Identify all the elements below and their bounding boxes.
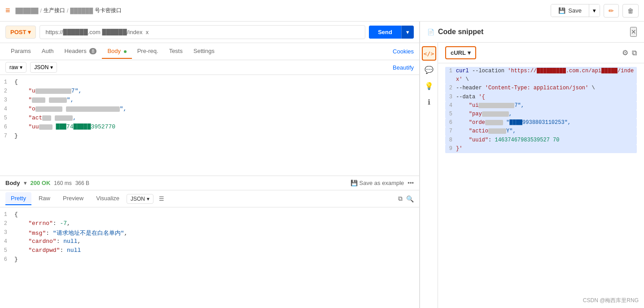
snippet-toolbar: cURL ▾ ⚙ ⧉ (438, 43, 644, 63)
code-line: 1 { (0, 79, 419, 88)
code-side-icon[interactable]: </> (422, 46, 436, 61)
snippet-line: 6 "orde "████9938803110253", (445, 119, 637, 127)
snippet-panel-with-icons: </> 💬 💡 ℹ cURL ▾ (420, 43, 644, 308)
snippet-content: 1 curl --location 'https://█████████.com… (438, 63, 644, 308)
side-icons: </> 💬 💡 ℹ (420, 43, 438, 308)
response-code: 1 { 2 "errno": -7, 3 "msg": "请求地址不是在白名单内… (0, 207, 419, 268)
request-body: 1 { 2 "u 7", 3 " ", 4 "o ", 5 (0, 75, 419, 176)
code-icon: </> (424, 50, 434, 57)
snippet-header: 📄 Code snippet × (420, 22, 644, 43)
breadcrumb-item-3: ██████ (70, 8, 93, 14)
code-line: 5 "act , (0, 114, 419, 123)
watermark: CSDN @梅西库里RNG (583, 297, 639, 304)
info-side-icon[interactable]: ℹ (422, 95, 436, 109)
snippet-doc-icon: 📄 (427, 29, 434, 35)
body-type-select[interactable]: raw ▾ (5, 62, 26, 73)
resp-code-line: 5 "cardpwd": null (0, 247, 419, 256)
lightbulb-side-icon[interactable]: 💡 (422, 79, 436, 93)
breadcrumb-item-2: 生产接口 (44, 7, 65, 14)
beautify-button[interactable]: Beautify (393, 64, 414, 71)
snippet-line: 8 "uuid": 14637467983539527 70 (445, 136, 637, 145)
tab-params[interactable]: Params (5, 44, 36, 59)
save-button[interactable]: 💾 Save (551, 4, 589, 17)
resp-tab-pretty[interactable]: Pretty (5, 192, 31, 205)
snippet-line: 4 "ui 7", (445, 101, 637, 110)
resp-tab-visualize[interactable]: Visualize (91, 192, 125, 205)
snippet-copy-button[interactable]: ⧉ (632, 49, 637, 57)
snippet-line: 2 --header 'Content-Type: application/js… (445, 84, 637, 92)
tab-auth[interactable]: Auth (36, 44, 59, 59)
breadcrumb-title: 号卡密接口 (95, 7, 122, 14)
snippet-title: Code snippet (438, 28, 630, 36)
tab-body[interactable]: Body (102, 44, 131, 59)
language-dropdown-icon: ▾ (468, 49, 471, 56)
resp-code-line: 1 { (0, 211, 419, 220)
top-bar: ≡ ██████ / 生产接口 / ██████ 号卡密接口 💾 Save ▾ … (0, 0, 644, 22)
edit-button[interactable]: ✏ (604, 4, 619, 18)
code-line: 7 } (0, 132, 419, 141)
snippet-line: 1 curl --location 'https://█████████.com… (445, 67, 637, 84)
resp-code-line: 4 "cardno": null, (0, 238, 419, 247)
response-body: 1 { 2 "errno": -7, 3 "msg": "请求地址不是在白名单内… (0, 207, 419, 308)
response-size: 366 B (75, 180, 89, 186)
tab-prereq[interactable]: Pre-req. (132, 44, 164, 59)
resp-tab-preview[interactable]: Preview (57, 192, 89, 205)
lightbulb-icon: 💡 (425, 82, 434, 90)
response-toolbar-right: ⧉ 🔍 (398, 195, 414, 202)
copy-response-button[interactable]: ⧉ (398, 195, 403, 202)
snippet-inner-panel: cURL ▾ ⚙ ⧉ 1 curl --location 'https://██… (438, 43, 644, 308)
tab-tests[interactable]: Tests (164, 44, 188, 59)
url-input[interactable] (39, 25, 365, 39)
logo-icon: ≡ (5, 6, 10, 15)
method-label: POST (10, 29, 26, 35)
save-button-group: 💾 Save ▾ (551, 4, 600, 17)
send-button[interactable]: Send (369, 26, 401, 39)
body-type-dropdown-icon: ▾ (20, 64, 22, 70)
resp-tab-raw[interactable]: Raw (33, 192, 56, 205)
info-icon: ℹ (428, 98, 430, 106)
right-panel: 📄 Code snippet × </> 💬 💡 ℹ (420, 22, 644, 308)
snippet-line: 5 "pay , (445, 110, 637, 119)
delete-button[interactable]: 🗑 (622, 4, 639, 18)
send-dropdown-button[interactable]: ▾ (401, 26, 414, 39)
method-dropdown-icon: ▾ (28, 29, 31, 35)
code-line: 2 "u 7", (0, 88, 419, 97)
save-icon: 💾 (558, 7, 565, 14)
save-example-label: Save as example (359, 180, 404, 186)
tab-settings[interactable]: Settings (188, 44, 220, 59)
save-dropdown-button[interactable]: ▾ (589, 4, 600, 17)
filter-icon[interactable]: ☰ (155, 194, 168, 204)
snippet-line: 7 "actio Y", (445, 127, 637, 136)
code-line: 4 "o ", (0, 106, 419, 114)
comment-side-icon[interactable]: 💬 (422, 62, 436, 77)
response-label: Body (5, 180, 20, 186)
more-button[interactable]: ••• (407, 180, 414, 186)
response-tabs: Pretty Raw Preview Visualize JSON ▾ ☰ ⧉ … (0, 190, 419, 207)
save-example-button[interactable]: 💾 Save as example (350, 180, 404, 186)
response-time: 160 ms (54, 180, 71, 186)
cookies-link[interactable]: Cookies (393, 48, 414, 55)
response-format-select[interactable]: JSON ▾ (127, 194, 153, 204)
tab-headers[interactable]: Headers 8 (59, 44, 102, 59)
request-tabs: Params Auth Headers 8 Body Pre-req. Test… (0, 43, 419, 60)
send-button-group: Send ▾ (369, 26, 414, 39)
body-toolbar: raw ▾ JSON ▾ Beautify (0, 60, 419, 75)
request-code: 1 { 2 "u 7", 3 " ", 4 "o ", 5 (0, 75, 419, 145)
method-select[interactable]: POST ▾ (5, 26, 36, 39)
url-bar: POST ▾ Send ▾ (0, 22, 419, 43)
search-response-button[interactable]: 🔍 (406, 195, 414, 202)
snippet-settings-button[interactable]: ⚙ (622, 48, 628, 57)
code-line: 6 "uu ███74█████3952770 (0, 123, 419, 132)
snippet-line: 9 }' (445, 145, 637, 153)
response-dropdown-icon[interactable]: ▾ (24, 180, 27, 186)
comment-icon: 💬 (425, 66, 434, 74)
close-snippet-button[interactable]: × (630, 27, 637, 37)
code-line: 3 " ", (0, 97, 419, 106)
body-format-select[interactable]: JSON ▾ (30, 62, 57, 73)
resp-code-line: 3 "msg": "请求地址不是在白名单内", (0, 229, 419, 238)
response-status: 200 OK (31, 180, 51, 186)
snippet-line: 3 --data '{ (445, 93, 637, 101)
left-panel: POST ▾ Send ▾ Params Auth Headers 8 Body… (0, 22, 420, 308)
language-select[interactable]: cURL ▾ (445, 46, 476, 59)
resp-code-line: 2 "errno": -7, (0, 220, 419, 229)
